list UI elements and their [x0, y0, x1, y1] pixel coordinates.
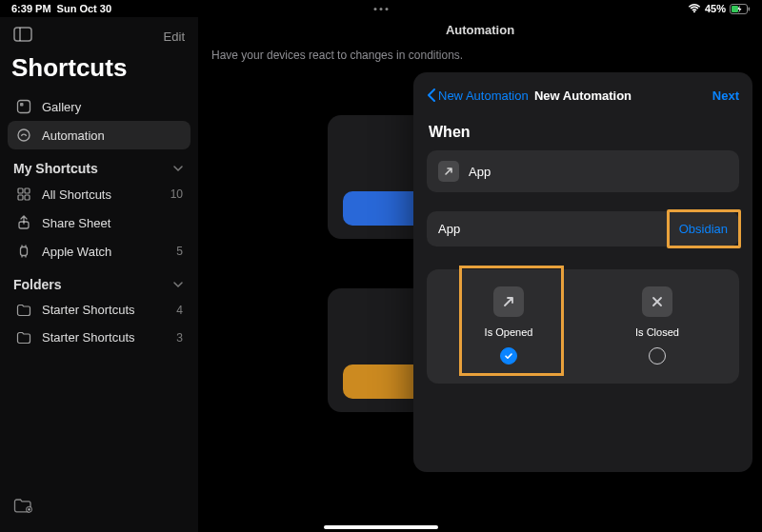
sidebar-section-my-shortcuts[interactable]: My Shortcuts — [8, 149, 190, 180]
svg-rect-11 — [25, 195, 30, 200]
section-label: My Shortcuts — [13, 161, 98, 176]
sidebar-item-label: Starter Shortcuts — [42, 330, 176, 345]
choice-is-opened[interactable]: Is Opened — [434, 286, 583, 365]
sidebar-item-label: Apple Watch — [42, 245, 176, 259]
choice-label: Is Opened — [485, 326, 533, 338]
status-date: Sun Oct 30 — [57, 3, 111, 14]
radio-unchecked-icon[interactable] — [649, 347, 666, 365]
automation-icon — [15, 128, 32, 143]
status-left: 6:39 PM Sun Oct 30 — [11, 3, 111, 14]
next-button[interactable]: Next — [712, 89, 739, 103]
gallery-icon — [15, 99, 32, 114]
sidebar: Edit Shortcuts Gallery Automation My Sho… — [0, 17, 198, 532]
sidebar-item-all-shortcuts[interactable]: All Shortcuts 10 — [8, 180, 190, 208]
app-row-value: Obsidian — [679, 222, 728, 236]
chevron-left-icon — [427, 89, 436, 102]
svg-rect-9 — [25, 188, 30, 193]
share-icon — [15, 215, 32, 230]
page-title: Automation — [198, 23, 762, 37]
folder-icon — [15, 304, 32, 317]
sidebar-item-count: 5 — [176, 245, 183, 258]
svg-rect-5 — [18, 101, 30, 113]
open-close-panel: Is Opened Is Closed — [427, 269, 739, 384]
app-row-label: App — [438, 222, 460, 236]
sidebar-section-folders[interactable]: Folders — [8, 266, 190, 296]
sidebar-item-count: 10 — [170, 187, 183, 201]
watch-icon — [15, 244, 32, 259]
close-icon — [642, 286, 672, 317]
battery-icon — [730, 4, 751, 14]
sidebar-title: Shortcuts — [8, 51, 190, 92]
svg-rect-1 — [732, 6, 738, 12]
choice-label: Is Closed — [635, 326, 679, 338]
wifi-icon — [688, 4, 701, 13]
app-selector-row[interactable]: App Obsidian — [427, 211, 739, 246]
page-subtitle: Have your devices react to changes in co… — [198, 39, 762, 62]
sidebar-item-label: Automation — [42, 128, 183, 143]
home-indicator[interactable] — [324, 525, 438, 529]
svg-rect-3 — [14, 28, 31, 41]
chevron-down-icon — [173, 277, 183, 292]
status-right: 45% — [688, 3, 751, 14]
arrow-out-icon — [493, 286, 524, 317]
new-automation-modal: New Automation New Automation Next When … — [413, 72, 752, 472]
trigger-type-label: App — [469, 165, 491, 179]
svg-rect-10 — [18, 195, 23, 200]
svg-point-7 — [18, 129, 30, 141]
sidebar-item-apple-watch[interactable]: Apple Watch 5 — [8, 237, 190, 266]
back-button[interactable]: New Automation — [427, 89, 529, 103]
sidebar-item-count: 4 — [176, 304, 183, 317]
chevron-down-icon — [173, 161, 183, 176]
trigger-type-row[interactable]: App — [427, 150, 739, 192]
battery-percent: 45% — [705, 3, 726, 14]
svg-rect-6 — [20, 103, 24, 107]
svg-rect-8 — [18, 188, 23, 193]
when-heading: When — [427, 120, 739, 150]
svg-rect-13 — [21, 247, 28, 256]
main-content: Automation Have your devices react to ch… — [198, 17, 762, 532]
radio-checked-icon[interactable] — [500, 347, 517, 365]
sidebar-item-share-sheet[interactable]: Share Sheet — [8, 208, 190, 237]
sidebar-item-label: Share Sheet — [42, 216, 183, 230]
edit-button[interactable]: Edit — [164, 30, 185, 44]
sidebar-item-label: Gallery — [42, 100, 183, 114]
folder-icon — [15, 331, 32, 345]
status-time: 6:39 PM — [11, 3, 51, 14]
sidebar-item-label: All Shortcuts — [42, 187, 170, 202]
new-folder-icon[interactable] — [13, 500, 32, 516]
sidebar-item-automation[interactable]: Automation — [8, 121, 190, 149]
sidebar-folder-item[interactable]: Starter Shortcuts 3 — [8, 324, 190, 351]
status-bar: 6:39 PM Sun Oct 30 45% — [0, 0, 762, 17]
modal-title: New Automation — [534, 89, 632, 103]
sidebar-item-label: Starter Shortcuts — [42, 303, 176, 317]
sidebar-item-count: 3 — [176, 331, 183, 345]
multitask-dots-icon[interactable] — [374, 8, 389, 10]
back-label: New Automation — [438, 89, 529, 103]
sidebar-folder-item[interactable]: Starter Shortcuts 4 — [8, 296, 190, 324]
app-trigger-icon — [438, 161, 459, 182]
grid-icon — [15, 187, 32, 202]
sidebar-item-gallery[interactable]: Gallery — [8, 92, 190, 121]
choice-is-closed[interactable]: Is Closed — [583, 286, 732, 365]
section-label: Folders — [13, 277, 62, 292]
sidebar-toggle-icon[interactable] — [13, 27, 32, 46]
svg-rect-2 — [749, 7, 751, 10]
